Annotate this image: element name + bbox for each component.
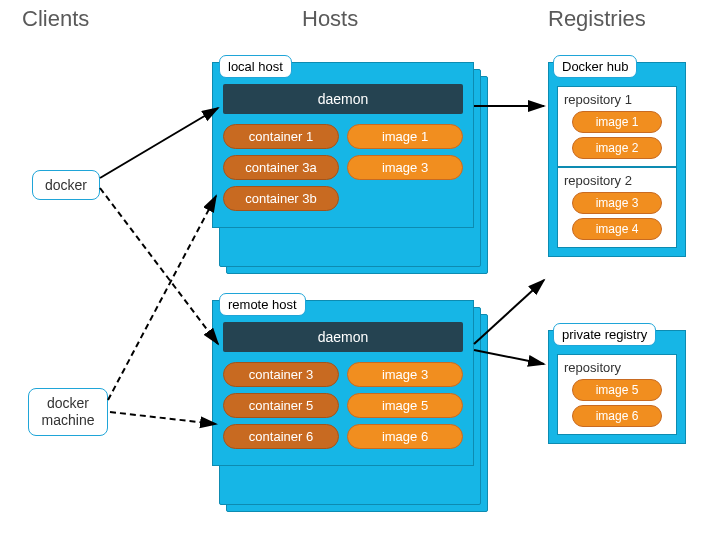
hub-repo: repository 1 image 1 image 2 — [557, 86, 677, 167]
arrow-docker-to-remote — [100, 188, 218, 344]
remote-container: container 5 — [223, 393, 339, 418]
local-host-panel: local host daemon container 1 image 1 co… — [212, 62, 474, 228]
local-daemon: daemon — [223, 84, 463, 114]
local-container: container 3a — [223, 155, 339, 180]
remote-container: container 6 — [223, 424, 339, 449]
remote-host-label: remote host — [219, 293, 306, 316]
repo-image: image 2 — [572, 137, 662, 159]
local-container: container 3b — [223, 186, 339, 211]
docker-hub-label: Docker hub — [553, 55, 637, 78]
header-hosts: Hosts — [302, 6, 358, 32]
docker-hub-box: Docker hub repository 1 image 1 image 2 … — [548, 62, 686, 257]
remote-container: container 3 — [223, 362, 339, 387]
repo-title: repository — [564, 360, 670, 375]
local-image: image 3 — [347, 155, 463, 180]
remote-host-panel: remote host daemon container 3 image 3 c… — [212, 300, 474, 466]
local-image: image 1 — [347, 124, 463, 149]
remote-image: image 6 — [347, 424, 463, 449]
private-registry-label: private registry — [553, 323, 656, 346]
repo-image: image 3 — [572, 192, 662, 214]
client-docker: docker — [32, 170, 100, 200]
remote-daemon: daemon — [223, 322, 463, 352]
repo-image: image 5 — [572, 379, 662, 401]
local-container: container 1 — [223, 124, 339, 149]
repo-title: repository 1 — [564, 92, 670, 107]
client-docker-machine: docker machine — [28, 388, 108, 436]
arrow-machine-to-local — [108, 196, 216, 400]
arrow-machine-to-remote — [110, 412, 216, 424]
repo-image: image 4 — [572, 218, 662, 240]
header-registries: Registries — [548, 6, 646, 32]
repo-title: repository 2 — [564, 173, 670, 188]
local-host-label: local host — [219, 55, 292, 78]
header-clients: Clients — [22, 6, 89, 32]
private-repo: repository image 5 image 6 — [557, 354, 677, 435]
private-registry-box: private registry repository image 5 imag… — [548, 330, 686, 444]
hub-repo: repository 2 image 3 image 4 — [557, 167, 677, 248]
remote-image: image 5 — [347, 393, 463, 418]
repo-image: image 6 — [572, 405, 662, 427]
repo-image: image 1 — [572, 111, 662, 133]
arrow-docker-to-local — [100, 108, 218, 178]
remote-image: image 3 — [347, 362, 463, 387]
